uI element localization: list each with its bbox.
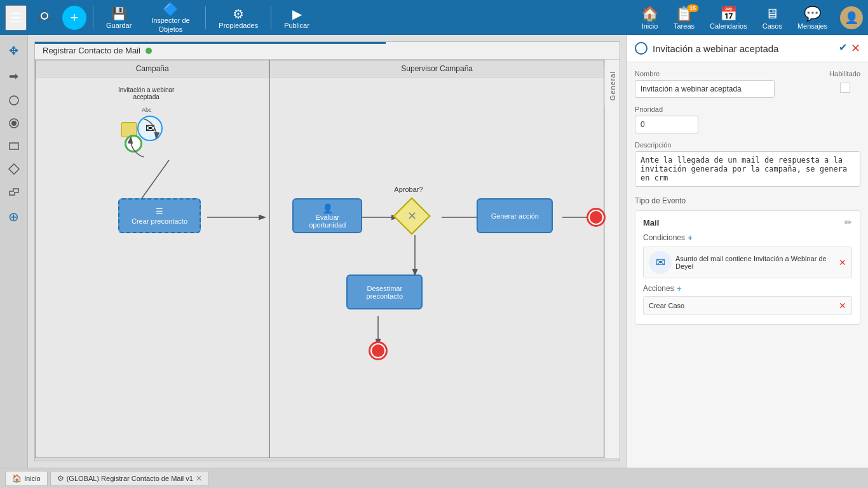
prioridad-input[interactable]: [635, 116, 698, 133]
panel-confirm-button[interactable]: ✔: [839, 41, 847, 55]
nav-calendarios[interactable]: 📅 Calendarios: [703, 3, 754, 32]
inicio-label: Inicio: [642, 22, 658, 30]
tool-step[interactable]: [4, 182, 24, 201]
nombre-label: Nombre: [635, 70, 822, 78]
tool-rect[interactable]: [4, 137, 24, 156]
nav-casos[interactable]: 🖥 Casos: [756, 3, 789, 32]
habilitado-field: Habilitado: [829, 70, 860, 98]
diagram-canvas[interactable]: Registrar Contacto de Mail Campaña: [34, 41, 620, 461]
nombre-row: Nombre Habilitado: [635, 70, 860, 98]
swimlane-supervisor-label: Supervisor Campaña: [270, 60, 604, 78]
condition-item: ✉ Asunto del mail contiene Invitación a …: [643, 247, 852, 278]
publish-label: Publicar: [284, 22, 309, 29]
sep2: [205, 6, 206, 29]
tool-move[interactable]: ✥: [5, 40, 22, 62]
panel-header: Invitación a webinar aceptada ✔ ✕: [627, 35, 868, 62]
add-action-button[interactable]: +: [677, 283, 682, 294]
diagram-area: Registrar Contacto de Mail Campaña: [28, 35, 627, 468]
condition-text: Asunto del mail contiene Invitación a We…: [675, 255, 835, 270]
panel-title: Invitación a webinar aceptada: [653, 43, 834, 54]
swimlane-container: Campaña: [35, 60, 620, 458]
arrows-svg-2: [270, 78, 604, 456]
progress-bar: [35, 42, 386, 44]
svg-rect-4: [10, 143, 18, 149]
desestimar-node[interactable]: Desestimar precontacto: [346, 274, 423, 309]
publish-icon: ▶: [292, 6, 302, 22]
remove-condition-button[interactable]: ✕: [839, 257, 846, 268]
mensajes-label: Mensajes: [797, 22, 827, 30]
gateway-diamond[interactable]: ✕: [393, 197, 431, 234]
tool-circle-empty[interactable]: [4, 91, 24, 110]
prioridad-row: Prioridad: [635, 105, 860, 133]
prioridad-field: Prioridad: [635, 105, 860, 133]
habilitado-checkbox[interactable]: [840, 83, 850, 93]
main-container: ✥ ➡ ⊕ Registrar Contacto de Mail: [0, 35, 868, 468]
tool-add-more[interactable]: ⊕: [4, 205, 23, 228]
bottom-tab-global[interactable]: ⚙ (GLOBAL) Registrar Contacto de Mail v1…: [50, 471, 209, 486]
abc-label: Abc: [142, 107, 152, 113]
swimlane-campana-label: Campaña: [36, 60, 269, 78]
generar-node[interactable]: Generar acción: [477, 198, 553, 233]
avatar[interactable]: 👤: [840, 6, 863, 29]
home-tab-label: Inicio: [24, 475, 41, 482]
tool-diamond[interactable]: [4, 159, 24, 179]
global-tab-icon: ⚙: [57, 474, 64, 483]
process-title-bar: Registrar Contacto de Mail: [35, 42, 620, 60]
inspector-action[interactable]: 🔷 Inspector de Objetos: [142, 0, 199, 36]
properties-icon: ⚙: [233, 6, 244, 22]
swimlane-campana-content: ✉ Abc Invitación a webinaraceptada: [36, 78, 269, 456]
panel-close-button[interactable]: ✕: [851, 41, 860, 55]
save-action[interactable]: 💾 Guardar: [100, 4, 138, 32]
crear-node-icons: ☰: [156, 207, 163, 216]
generar-label: Generar acción: [491, 212, 539, 220]
gateway-x-icon: ✕: [407, 209, 417, 223]
inspector-label: Inspector de Objetos: [148, 17, 193, 33]
action-text: Crear Caso: [649, 302, 839, 309]
inspector-icon: 🔷: [163, 1, 179, 17]
bottom-tab-home[interactable]: 🏠 Inicio: [5, 471, 48, 486]
nav-mensajes[interactable]: 💬 Mensajes: [791, 3, 834, 32]
nav-inicio[interactable]: 🏠 Inicio: [635, 3, 665, 32]
properties-action[interactable]: ⚙ Propiedades: [212, 4, 264, 32]
acciones-row: Acciones +: [643, 283, 852, 294]
close-global-tab-button[interactable]: ✕: [196, 474, 202, 483]
publish-action[interactable]: ▶ Publicar: [278, 4, 316, 32]
nombre-input[interactable]: [635, 80, 775, 98]
nav-tareas[interactable]: 15 📋 Tareas: [667, 3, 701, 32]
condiciones-label: Condiciones: [643, 233, 685, 242]
global-tab-label: (GLOBAL) Registrar Contacto de Mail v1: [67, 475, 193, 482]
remove-action-button[interactable]: ✕: [839, 301, 846, 311]
tareas-label: Tareas: [674, 22, 695, 30]
logo-icon: [31, 3, 58, 32]
inicio-icon: 🏠: [641, 6, 658, 22]
edit-icon[interactable]: ✏: [844, 217, 852, 227]
crear-node[interactable]: ☰ Crear precontacto: [118, 198, 201, 233]
svg-point-1: [10, 96, 18, 105]
panel-circle-icon: [635, 42, 648, 55]
desestimar-label: Desestimar precontacto: [350, 285, 419, 300]
left-sidebar: ✥ ➡ ⊕: [0, 35, 28, 468]
swimlane-supervisor-content: 👤 Evaluar oportunidad Aprobar? ✕ Generar…: [270, 78, 604, 456]
end-event-2: [369, 341, 388, 360]
menu-button[interactable]: ☰: [5, 5, 27, 30]
general-tab-vertical[interactable]: General: [604, 66, 620, 105]
end-circle-inner-1: [590, 211, 602, 224]
add-button[interactable]: +: [62, 6, 86, 30]
crear-icon: ☰: [156, 207, 163, 216]
event-card-title: Mail: [643, 218, 659, 227]
evaluar-label: Evaluar oportunidad: [296, 214, 358, 229]
descripcion-input[interactable]: [635, 151, 860, 187]
descripcion-row: Descripción: [635, 141, 860, 189]
general-tab-area: General: [604, 60, 620, 458]
evaluar-node[interactable]: 👤 Evaluar oportunidad: [292, 198, 362, 233]
prioridad-label: Prioridad: [635, 105, 860, 113]
add-condition-button[interactable]: +: [688, 233, 693, 243]
status-dot: [146, 48, 152, 54]
event-card-header: Mail ✏: [643, 217, 852, 227]
tool-circle-filled[interactable]: [4, 114, 24, 133]
tool-arrow[interactable]: ➡: [5, 65, 22, 87]
panel-body: Nombre Habilitado Prioridad Descripción: [627, 62, 868, 468]
evaluar-icon: 👤: [322, 203, 333, 214]
mail-condition-icon: ✉: [649, 251, 672, 274]
properties-label: Propiedades: [219, 22, 258, 29]
